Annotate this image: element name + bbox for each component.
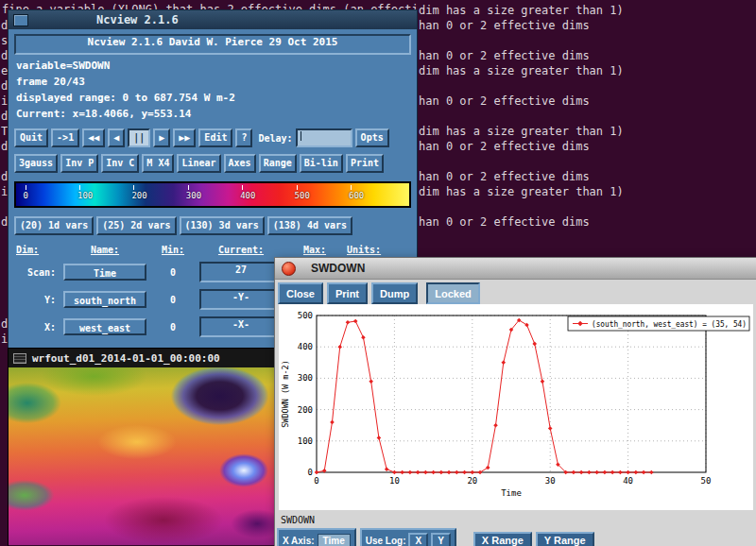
- svg-text:200: 200: [298, 405, 313, 415]
- window-title: Ncview 2.1.6: [96, 13, 179, 26]
- colorbar-tick: 500: [295, 185, 310, 200]
- colormap-button[interactable]: 3gauss: [14, 154, 58, 173]
- transport-controls: Quit ->1 ◀◀ ◀ || ▶ ▶▶ Edit ? Delay: Opts: [14, 128, 411, 147]
- fast-forward-button[interactable]: ▶▶: [173, 128, 196, 147]
- plot-toolbar: Close Print Dump Locked: [275, 280, 756, 304]
- x-range-button[interactable]: X Range: [473, 532, 532, 546]
- interpolation-button[interactable]: Bi-lin: [300, 154, 343, 173]
- window-title: SWDOWN: [311, 262, 365, 275]
- timeseries-chart: 010203040500100200300400500TimeSWDOWN (W…: [279, 304, 753, 510]
- transform-button[interactable]: Linear: [177, 154, 220, 173]
- swdown-plot-window: SWDOWN Close Print Dump Locked 010203040…: [274, 257, 756, 546]
- dim-min-value: 0: [148, 322, 198, 333]
- terminal-line: han 0 or 2 effective dims: [419, 94, 590, 109]
- svg-text:30: 30: [545, 476, 556, 486]
- step-back-button[interactable]: ◀: [108, 128, 125, 147]
- colorbar-tick: 400: [240, 185, 255, 200]
- dim-min-value: 0: [148, 267, 198, 278]
- dim-name-button[interactable]: west_east: [63, 318, 146, 335]
- col-header-min: Min:: [148, 245, 198, 255]
- plot-bottom-controls: X Axis: Time Use Log: X Y X Range Y Rang…: [275, 525, 756, 546]
- svg-text:20: 20: [467, 476, 477, 486]
- colorbar-tick: 200: [131, 185, 146, 200]
- svg-text:10: 10: [389, 476, 400, 486]
- chart-svg: 010203040500100200300400500TimeSWDOWN (W…: [279, 304, 753, 510]
- dim-current-input[interactable]: 27: [199, 262, 283, 282]
- variable-label: variable=SWDOWN: [14, 58, 411, 74]
- plot-titlebar[interactable]: SWDOWN: [275, 258, 756, 280]
- window-menu-icon[interactable]: [13, 353, 26, 364]
- colorbar-tick: 100: [77, 185, 93, 200]
- delay-input[interactable]: [296, 128, 352, 147]
- svg-text:0: 0: [314, 476, 318, 486]
- x-axis-time-button[interactable]: Time: [318, 534, 351, 546]
- rewind-button[interactable]: ◀◀: [82, 128, 105, 147]
- log-x-button[interactable]: X: [408, 533, 428, 546]
- svg-text:(south_north, west_east) = (35: (south_north, west_east) = (35, 54): [592, 320, 747, 329]
- magnification-button[interactable]: M X4: [142, 154, 174, 173]
- use-log-group: Use Log: X Y: [360, 528, 456, 546]
- current-position-label: Current: x=18.4066, y=553.14: [14, 106, 411, 122]
- locked-toggle[interactable]: Locked: [426, 282, 480, 304]
- x-axis-label: X Axis:: [283, 536, 315, 546]
- dim-name-button[interactable]: Time: [63, 264, 146, 281]
- step-forward-button[interactable]: ▶: [153, 128, 170, 147]
- terminal-line: dim has a size greater than 1): [419, 184, 624, 199]
- close-button[interactable]: Close: [278, 282, 323, 304]
- svg-text:50: 50: [701, 476, 712, 486]
- col-header-current: Current:: [199, 245, 283, 255]
- dump-button[interactable]: Dump: [371, 282, 418, 304]
- dim-current-input[interactable]: -X-: [199, 316, 283, 337]
- delay-label: Delay:: [258, 133, 292, 144]
- plot-status-label: SWDOWN: [275, 510, 756, 525]
- range-button[interactable]: Range: [259, 154, 297, 173]
- variable-group-buttons: (20) 1d vars (25) 2d vars (130) 3d vars …: [14, 216, 411, 235]
- vars-4d-button[interactable]: (138) 4d vars: [267, 216, 352, 235]
- help-button[interactable]: ?: [235, 128, 252, 147]
- terminal-line: han 0 or 2 effective dims: [419, 169, 590, 184]
- axes-button[interactable]: Axes: [224, 154, 256, 173]
- vars-3d-button[interactable]: (130) 3d vars: [180, 216, 265, 235]
- opts-button[interactable]: Opts: [355, 128, 389, 147]
- svg-text:100: 100: [298, 436, 313, 446]
- text-cursor: [301, 131, 301, 141]
- colorbar[interactable]: 0100200300400500600: [14, 181, 411, 208]
- svg-text:SWDOWN (W m-2): SWDOWN (W m-2): [281, 360, 290, 428]
- wrfout-titlebar[interactable]: wrfout_d01_2014-01-01_00:00:00: [9, 349, 276, 367]
- quit-button[interactable]: Quit: [14, 128, 48, 147]
- col-header-max: Max:: [284, 245, 345, 255]
- terminal-line: han 0 or 2 effective dims: [419, 139, 590, 154]
- terminal-line: dim has a size greater than 1): [419, 124, 624, 139]
- col-header-units: Units:: [347, 245, 409, 255]
- step-one-button[interactable]: ->1: [51, 128, 79, 147]
- svg-text:300: 300: [298, 373, 313, 383]
- vars-1d-button[interactable]: (20) 1d vars: [14, 216, 94, 235]
- print-button[interactable]: Print: [327, 282, 368, 304]
- dim-name-button[interactable]: south_north: [63, 291, 146, 308]
- window-menu-icon[interactable]: [13, 14, 28, 26]
- x-axis-group: X Axis: Time: [277, 528, 356, 546]
- ncview-titlebar[interactable]: Ncview 2.1.6: [9, 10, 417, 29]
- vars-2d-button[interactable]: (25) 2d vars: [96, 216, 176, 235]
- dim-label: Scan:: [16, 267, 61, 278]
- edit-button[interactable]: Edit: [198, 128, 232, 147]
- dim-current-input[interactable]: -Y-: [199, 289, 283, 310]
- pause-button[interactable]: ||: [128, 128, 150, 147]
- range-label: displayed range: 0 to 687.754 W m-2: [14, 90, 411, 106]
- print-button[interactable]: Print: [346, 154, 384, 173]
- log-y-button[interactable]: Y: [431, 533, 451, 546]
- terminal-line: han 0 or 2 effective dims: [419, 48, 590, 63]
- invert-polarity-button[interactable]: Inv P: [60, 154, 98, 173]
- svg-text:0: 0: [308, 468, 313, 477]
- col-header-name: Name:: [63, 245, 146, 255]
- y-range-button[interactable]: Y Range: [536, 532, 594, 546]
- swdown-field-image[interactable]: [9, 367, 276, 545]
- use-log-label: Use Log:: [366, 536, 406, 546]
- terminal-line: han 0 or 2 effective dims: [419, 18, 590, 33]
- close-icon[interactable]: [282, 262, 296, 276]
- dim-label: X:: [16, 322, 61, 333]
- invert-colors-button[interactable]: Inv C: [101, 154, 139, 173]
- window-title: wrfout_d01_2014-01-01_00:00:00: [32, 352, 220, 365]
- ncview-info-panel: variable=SWDOWN frame 20/43 displayed ra…: [14, 58, 411, 122]
- terminal-line: han 0 or 2 effective dims: [419, 214, 590, 230]
